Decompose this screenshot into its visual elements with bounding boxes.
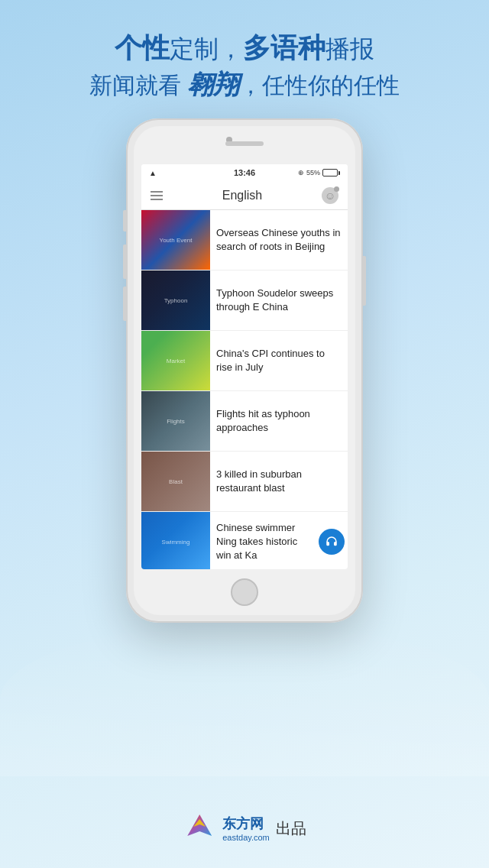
audio-badge[interactable] (319, 529, 345, 555)
news-item[interactable]: Blast 3 killed in suburban restaurant bl… (141, 452, 348, 512)
news-title: Chinese swimmer Ning takes historic win … (216, 521, 314, 563)
news-item[interactable]: Market China's CPI continues to rise in … (141, 331, 348, 391)
header-section: 个性定制，多语种播报 新闻就看 翱翔，任性你的任性 (0, 31, 489, 102)
news-text-area: 3 killed in suburban restaurant blast (210, 452, 348, 511)
news-thumbnail: Market (141, 331, 210, 390)
phone-frame: ▲ 13:46 ⊕ 55% English (126, 118, 363, 623)
bold-text-2: 多语种 (243, 32, 325, 63)
battery-percent: 55% (306, 169, 320, 177)
phone-screen: ▲ 13:46 ⊕ 55% English (141, 164, 348, 569)
brand-cursive: 翱翔 (187, 70, 239, 99)
eastday-logo-icon (183, 811, 216, 845)
volume-up-button (123, 245, 126, 279)
location-icon: ⊕ (298, 169, 304, 177)
home-button[interactable] (231, 578, 258, 606)
news-item[interactable]: Flights Flights hit as typhoon approache… (141, 391, 348, 452)
news-title: 3 killed in suburban restaurant blast (216, 468, 342, 495)
news-list: Youth Event Overseas Chinese youths in s… (141, 210, 348, 569)
news-thumbnail: Swimming (141, 512, 210, 569)
news-text-area: Overseas Chinese youths in search of roo… (210, 210, 348, 270)
wifi-icon: ▲ (149, 169, 157, 177)
news-item[interactable]: Youth Event Overseas Chinese youths in s… (141, 210, 348, 270)
news-text-area: China's CPI continues to rise in July (210, 331, 348, 390)
news-text-area: Flights hit as typhoon approaches (210, 391, 348, 451)
news-item[interactable]: Swimming Chinese swimmer Ning takes hist… (141, 512, 348, 569)
news-thumbnail: Youth Event (141, 210, 210, 270)
thumb-overlay: Blast (141, 452, 210, 511)
phone-inner: ▲ 13:46 ⊕ 55% English (134, 126, 355, 615)
thumb-overlay: Typhoon (141, 270, 210, 330)
brand-name: 东方网 (222, 815, 264, 833)
status-time: 13:46 (234, 168, 255, 177)
volume-down-button (123, 287, 126, 321)
status-right: ⊕ 55% (298, 169, 340, 177)
power-button (363, 256, 366, 306)
tagline-line1: 个性定制，多语种播报 (0, 31, 489, 66)
news-title: Overseas Chinese youths in search of roo… (216, 226, 342, 254)
tagline-line2: 新闻就看 翱翔，任性你的任性 (0, 66, 489, 103)
news-title: Flights hit as typhoon approaches (216, 407, 342, 435)
bottom-logo: 东方网 eastday.com 出品 (183, 811, 306, 845)
nav-bar: English ☺ (141, 181, 348, 210)
thumb-overlay: Youth Event (141, 210, 210, 270)
brand-domain: eastday.com (222, 833, 270, 842)
bg-decoration (0, 623, 489, 776)
thumb-overlay: Swimming (141, 512, 210, 569)
mute-button (123, 210, 126, 232)
news-thumbnail: Typhoon (141, 270, 210, 330)
nav-title: English (222, 189, 262, 202)
profile-avatar[interactable]: ☺ (322, 187, 338, 204)
logo-text-area: 东方网 eastday.com (222, 815, 270, 842)
news-title: China's CPI continues to rise in July (216, 347, 342, 374)
avatar-dot (334, 186, 339, 192)
thumb-overlay: Flights (141, 391, 210, 451)
news-thumbnail: Blast (141, 452, 210, 511)
bold-text-1: 个性 (115, 32, 170, 63)
status-left: ▲ (149, 169, 157, 177)
thumb-overlay: Market (141, 331, 210, 390)
battery-icon (322, 169, 340, 177)
news-text-area: Typhoon Soudelor sweeps through E China (210, 270, 348, 330)
news-thumbnail: Flights (141, 391, 210, 451)
speaker (225, 141, 264, 146)
menu-button[interactable] (151, 191, 163, 200)
news-title: Typhoon Soudelor sweeps through E China (216, 287, 342, 314)
news-item[interactable]: Typhoon Typhoon Soudelor sweeps through … (141, 270, 348, 331)
produced-by: 出品 (276, 818, 306, 839)
status-bar: ▲ 13:46 ⊕ 55% (141, 164, 348, 181)
headphone-icon (325, 535, 338, 549)
